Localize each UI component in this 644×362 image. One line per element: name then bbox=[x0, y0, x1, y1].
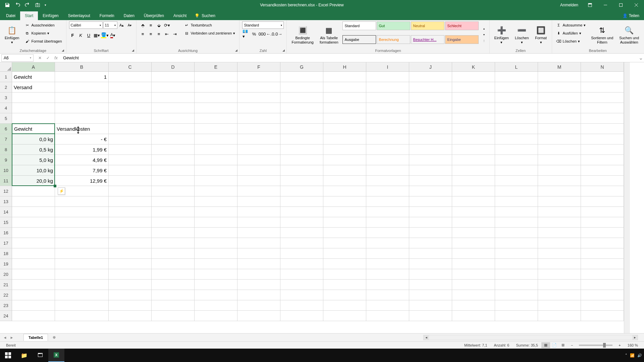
tell-me-search[interactable]: 💡Suchen bbox=[191, 11, 219, 20]
insert-cells-button[interactable]: ➕Einfügen▾ bbox=[492, 21, 511, 48]
cell[interactable] bbox=[538, 238, 581, 248]
cell[interactable] bbox=[280, 217, 323, 228]
cell[interactable] bbox=[495, 311, 538, 321]
cell[interactable] bbox=[452, 186, 495, 196]
cell[interactable] bbox=[581, 259, 624, 269]
cell[interactable] bbox=[237, 311, 280, 321]
alignment-dialog-launcher[interactable]: ◢ bbox=[234, 48, 238, 53]
cell[interactable] bbox=[452, 280, 495, 290]
cell[interactable] bbox=[581, 248, 624, 259]
cell[interactable] bbox=[237, 103, 280, 113]
cell[interactable] bbox=[409, 186, 452, 196]
tray-network-icon[interactable]: 📶 bbox=[630, 353, 635, 358]
cell[interactable] bbox=[195, 176, 237, 186]
cell[interactable] bbox=[280, 238, 323, 248]
column-header[interactable]: N bbox=[581, 62, 624, 72]
column-header[interactable]: D bbox=[152, 62, 195, 72]
cell[interactable] bbox=[366, 134, 409, 144]
style-besuchter[interactable]: Besuchter H... bbox=[411, 35, 444, 44]
cell[interactable] bbox=[12, 259, 55, 269]
cell[interactable] bbox=[109, 248, 152, 259]
align-left-button[interactable]: ≡ bbox=[139, 30, 147, 38]
cell[interactable] bbox=[280, 290, 323, 300]
cell[interactable] bbox=[452, 134, 495, 144]
cell[interactable] bbox=[280, 124, 323, 134]
column-header[interactable]: B bbox=[55, 62, 109, 72]
formula-input[interactable] bbox=[61, 54, 637, 62]
cell[interactable] bbox=[366, 82, 409, 93]
cell[interactable] bbox=[409, 259, 452, 269]
cell[interactable] bbox=[323, 311, 366, 321]
cell[interactable] bbox=[109, 165, 152, 176]
cell[interactable] bbox=[538, 134, 581, 144]
cell[interactable] bbox=[109, 186, 152, 196]
cell[interactable] bbox=[195, 207, 237, 217]
cell[interactable] bbox=[409, 72, 452, 82]
cell[interactable] bbox=[280, 82, 323, 93]
cell[interactable] bbox=[12, 280, 55, 290]
cell[interactable] bbox=[366, 124, 409, 134]
cell[interactable] bbox=[55, 238, 109, 248]
taskbar-app[interactable]: 🗔 bbox=[32, 349, 48, 362]
cell[interactable] bbox=[366, 113, 409, 124]
redo-button[interactable] bbox=[23, 0, 32, 10]
cell[interactable] bbox=[409, 269, 452, 280]
cell[interactable] bbox=[538, 248, 581, 259]
row-header[interactable]: 13 bbox=[0, 196, 12, 207]
cell[interactable] bbox=[323, 186, 366, 196]
cell[interactable] bbox=[280, 186, 323, 196]
conditional-formatting-button[interactable]: 🔳 Bedingte Formatierung bbox=[289, 21, 315, 48]
cell[interactable] bbox=[581, 228, 624, 238]
column-header[interactable]: F bbox=[237, 62, 280, 72]
cell[interactable] bbox=[323, 93, 366, 103]
cell[interactable] bbox=[366, 269, 409, 280]
expand-formula-bar-button[interactable]: ⌄ bbox=[637, 55, 644, 61]
format-cells-button[interactable]: 🔲Format▾ bbox=[533, 21, 549, 48]
cell[interactable] bbox=[495, 186, 538, 196]
decrease-font-button[interactable]: A▾ bbox=[126, 21, 133, 29]
cell[interactable] bbox=[452, 228, 495, 238]
cell[interactable] bbox=[452, 196, 495, 207]
bold-button[interactable]: F bbox=[69, 32, 76, 39]
cell[interactable] bbox=[195, 300, 237, 311]
cell[interactable] bbox=[323, 72, 366, 82]
cell[interactable] bbox=[581, 290, 624, 300]
cell[interactable] bbox=[323, 238, 366, 248]
cell[interactable] bbox=[452, 82, 495, 93]
fill-button[interactable]: ⬇Ausfüllen ▾ bbox=[555, 29, 587, 37]
column-header[interactable]: A bbox=[12, 62, 55, 72]
cell[interactable] bbox=[55, 290, 109, 300]
cell[interactable] bbox=[366, 176, 409, 186]
cell[interactable] bbox=[237, 186, 280, 196]
cell[interactable] bbox=[280, 196, 323, 207]
cell[interactable] bbox=[280, 113, 323, 124]
sheet-tab-active[interactable]: Tabelle1 bbox=[23, 334, 48, 341]
tab-formulas[interactable]: Formeln bbox=[95, 11, 119, 20]
styles-scroll-up[interactable]: ▴ bbox=[481, 26, 487, 32]
cell[interactable] bbox=[495, 113, 538, 124]
wrap-text-button[interactable]: ↵Textumbruch bbox=[183, 21, 237, 29]
cell[interactable] bbox=[280, 165, 323, 176]
row-header[interactable]: 14 bbox=[0, 207, 12, 217]
cell[interactable] bbox=[237, 72, 280, 82]
cell[interactable] bbox=[323, 217, 366, 228]
cell[interactable] bbox=[195, 124, 237, 134]
comma-format-button[interactable]: 000 bbox=[258, 30, 266, 38]
cell[interactable] bbox=[237, 207, 280, 217]
cell[interactable] bbox=[409, 165, 452, 176]
cell[interactable] bbox=[195, 82, 237, 93]
style-standard[interactable]: Standard bbox=[342, 21, 376, 30]
cell[interactable]: 1,99 € bbox=[55, 144, 109, 155]
cell[interactable] bbox=[495, 93, 538, 103]
cell[interactable] bbox=[237, 165, 280, 176]
merge-center-button[interactable]: ⊟Verbinden und zentrieren ▾ bbox=[183, 29, 237, 37]
cell[interactable] bbox=[452, 113, 495, 124]
cell[interactable] bbox=[109, 72, 152, 82]
cell[interactable] bbox=[195, 280, 237, 290]
cell[interactable] bbox=[109, 144, 152, 155]
cell[interactable] bbox=[581, 124, 624, 134]
cell[interactable] bbox=[195, 269, 237, 280]
cut-button[interactable]: ✂Ausschneiden bbox=[23, 21, 63, 29]
style-schlecht[interactable]: Schlecht bbox=[445, 21, 479, 30]
cell[interactable] bbox=[323, 144, 366, 155]
